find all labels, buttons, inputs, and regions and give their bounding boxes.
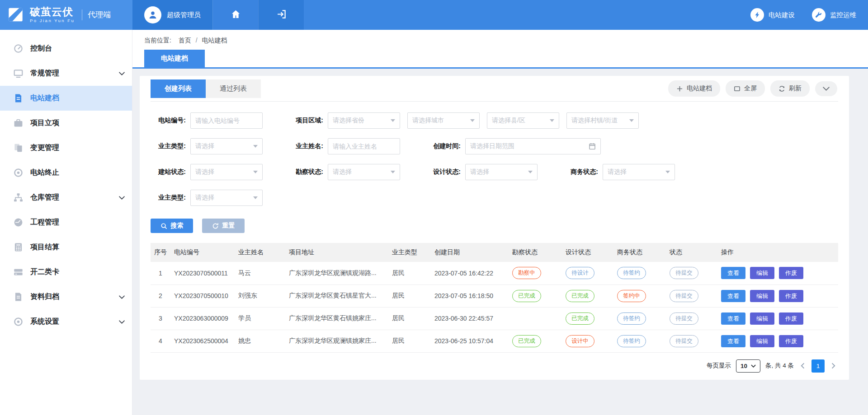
cell-design-status: 已完成 (562, 307, 613, 330)
view-button[interactable]: 查看 (721, 335, 745, 347)
quick-nav-station-construction[interactable]: 电站建设 (750, 8, 795, 22)
wrench-icon (812, 8, 826, 22)
user-menu[interactable]: 超级管理员 (132, 0, 212, 30)
portal-label: 代理端 (82, 9, 111, 20)
cell-station-no: YX2023063000009 (170, 307, 235, 330)
cell-business-status: 待签约 (613, 262, 666, 284)
create-station-button[interactable]: 电站建档 (668, 80, 720, 97)
survey-status-select[interactable]: 请选择 (328, 164, 400, 180)
city-select[interactable]: 请选择城市 (407, 112, 480, 129)
total-label: 条, 共 4 条 (765, 362, 794, 370)
create-time-input[interactable]: 请选择日期范围 (465, 138, 601, 154)
owner-type-select[interactable]: 请选择 (190, 138, 263, 154)
void-button[interactable]: 作废 (779, 290, 803, 302)
page-tab-station-archive[interactable]: 电站建档 (144, 50, 205, 67)
avatar (144, 6, 161, 23)
edit-button[interactable]: 编辑 (750, 267, 774, 279)
breadcrumb-home-link[interactable]: 首页 (179, 37, 191, 44)
card-icon (14, 267, 23, 277)
cell-created-at: 2023-07-05 16:42:22 (431, 262, 509, 284)
filter-label: 勘察状态: (288, 168, 323, 176)
business-status-badge: 待签约 (617, 335, 646, 347)
province-select[interactable]: 请选择省份 (328, 112, 400, 129)
reset-button[interactable]: 重置 (202, 219, 245, 233)
edit-button[interactable]: 编辑 (750, 290, 774, 302)
chevron-down-icon (119, 320, 125, 324)
sidebar-item-project-settlement[interactable]: 项目结算 (0, 235, 132, 260)
cell-station-no: YX2023070500010 (170, 284, 235, 307)
sidebar-item-warehouse-management[interactable]: 仓库管理 (0, 185, 132, 210)
caret-down-icon (391, 171, 395, 173)
sidebar-item-second-type-card[interactable]: 开二类卡 (0, 260, 132, 284)
table-header: 序号电站编号业主姓名项目地址业主类型创建日期勘察状态设计状态商务状态状态操作 (151, 243, 838, 262)
sidebar-item-system-settings[interactable]: 系统设置 (0, 309, 132, 334)
filter-label: 业主类型: (151, 142, 186, 150)
chevron-down-icon (751, 364, 756, 368)
edit-button[interactable]: 编辑 (750, 312, 774, 325)
owner-name-input[interactable] (328, 138, 400, 154)
sidebar-item-engineering-management[interactable]: 工程管理 (0, 210, 132, 235)
page-1-button[interactable]: 1 (811, 359, 825, 373)
void-button[interactable]: 作废 (779, 312, 803, 325)
county-select[interactable]: 请选择县/区 (487, 112, 559, 129)
logout-icon (277, 9, 286, 21)
village-select[interactable]: 请选择村镇/街道 (566, 112, 639, 129)
status-status-badge: 待提交 (670, 290, 698, 302)
table-row: 1YX2023070500011马云广东深圳龙华区观澜镇观湖路...居民2023… (151, 262, 838, 284)
design-status-badge: 设计中 (566, 335, 594, 347)
void-button[interactable]: 作废 (779, 335, 803, 347)
sidebar-item-console[interactable]: 控制台 (0, 36, 132, 61)
breadcrumb-separator: / (196, 37, 198, 44)
tab-create-list[interactable]: 创建列表 (151, 79, 206, 98)
cell-design-status: 设计中 (562, 330, 613, 352)
search-button[interactable]: 搜索 (151, 219, 193, 233)
owner-type-2-select[interactable]: 请选择 (190, 190, 263, 206)
sidebar-item-station-archive[interactable]: 电站建档 (0, 86, 132, 111)
sidebar-item-data-archive[interactable]: 资料归档 (0, 284, 132, 309)
caret-down-icon (253, 145, 258, 148)
sidebar-item-label: 系统设置 (30, 317, 59, 326)
cell-owner-name: 姚忠 (235, 330, 285, 352)
next-page-button[interactable] (830, 363, 837, 369)
void-button[interactable]: 作废 (779, 267, 803, 279)
gauge-icon (14, 218, 23, 227)
sidebar-item-label: 资料归档 (30, 292, 59, 302)
design-status-badge: 待设计 (566, 267, 594, 279)
caret-down-icon (550, 119, 554, 122)
sidebar-item-station-termination[interactable]: 电站终止 (0, 160, 132, 185)
pagination: 每页显示 10 条, 共 4 条 1 (151, 353, 838, 380)
sidebar-item-general-management[interactable]: 常规管理 (0, 61, 132, 86)
sidebar-item-change-management[interactable]: 变更管理 (0, 135, 132, 160)
business-status-select[interactable]: 请选择 (603, 164, 675, 180)
app: 破茧云伏 Po Jian Yun Fu 代理端 超级管理员 电站建设 监控运维 (0, 0, 868, 415)
station-no-input[interactable] (190, 112, 263, 129)
design-status-select[interactable]: 请选择 (465, 164, 538, 180)
home-button[interactable] (212, 0, 258, 30)
sidebar-item-label: 开二类卡 (30, 267, 59, 277)
refresh-button[interactable]: 刷新 (770, 80, 810, 97)
prev-page-button[interactable] (799, 363, 807, 369)
logout-button[interactable] (258, 0, 304, 30)
bolt-icon (750, 8, 764, 22)
dashboard-icon (14, 44, 23, 53)
filter-label: 设计状态: (425, 168, 461, 176)
caret-down-icon (253, 171, 258, 173)
quick-nav-monitoring-ops[interactable]: 监控运维 (812, 8, 856, 22)
view-button[interactable]: 查看 (721, 312, 745, 325)
tab-passed-list[interactable]: 通过列表 (206, 79, 261, 98)
cell-index: 1 (151, 262, 170, 284)
filter-survey-status: 勘察状态: 请选择 (288, 164, 400, 180)
sidebar-item-label: 项目结算 (30, 242, 59, 252)
view-button[interactable]: 查看 (721, 267, 745, 279)
fullscreen-button[interactable]: 全屏 (726, 80, 765, 97)
breadcrumb-label: 当前位置: (144, 37, 171, 44)
sidebar-item-project-initiation[interactable]: 项目立项 (0, 111, 132, 135)
build-status-select[interactable]: 请选择 (190, 164, 263, 180)
table-row: 4YX2023062500004姚忠广东深圳龙华区观澜镇姚家庄...居民2023… (151, 330, 838, 352)
table-row: 3YX2023063000009学员广东深圳龙华区黄石镇姚家庄...居民2023… (151, 307, 838, 330)
edit-button[interactable]: 编辑 (750, 335, 774, 347)
view-button[interactable]: 查看 (721, 290, 745, 302)
status-status-badge: 待提交 (670, 267, 698, 279)
per-page-select[interactable]: 10 (736, 359, 760, 373)
collapse-button[interactable] (815, 81, 837, 96)
